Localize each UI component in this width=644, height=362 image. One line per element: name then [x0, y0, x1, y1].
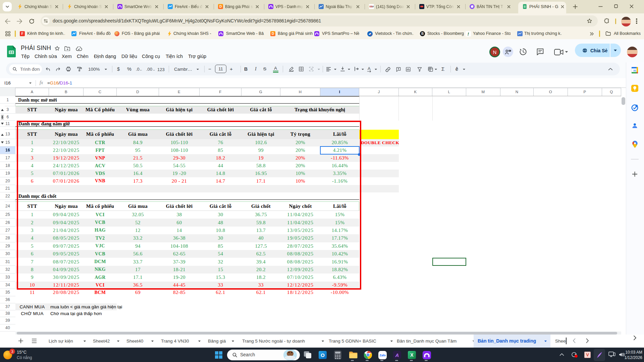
svg-text:31: 31: [633, 69, 636, 72]
